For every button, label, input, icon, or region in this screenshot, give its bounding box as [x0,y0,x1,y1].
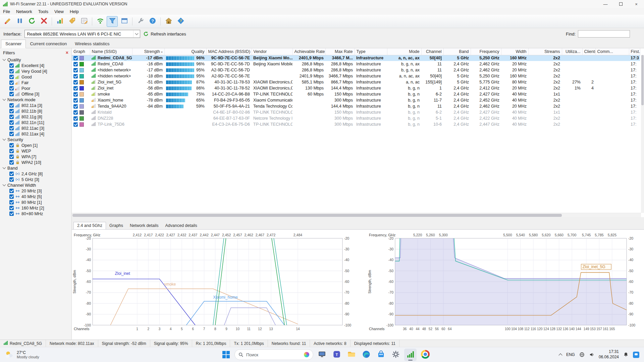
tab-current-connection[interactable]: Current connection [26,40,71,48]
filter-item-5-ghz-3[interactable]: 5 GHz [3] [0,177,71,182]
filter-item-80-mhz-1[interactable]: 80 MHz [1] [0,199,71,205]
graph-checkbox-checked[interactable] [73,80,78,84]
minimize-button[interactable]: — [598,0,613,8]
filter-item-2-4-ghz-8[interactable]: 2,4 GHz [8] [0,171,71,177]
checkbox-checked[interactable] [9,160,14,165]
filter-group-channel-width[interactable]: Channel Width [0,182,71,188]
checkbox-checked[interactable] [9,132,14,136]
filter-item-fair[interactable]: Fair [0,80,71,85]
column-header-graph[interactable]: Graph [72,48,90,55]
checkbox-checked[interactable] [9,120,14,125]
taskbar-app-wifi-scanner[interactable] [404,349,417,361]
filter-group-quality[interactable]: Quality [0,57,71,63]
toolbar-wifi-button[interactable] [95,16,106,27]
toolbar-help-button[interactable]: ? [147,16,158,27]
toolbar-pencil-button[interactable] [2,16,13,27]
column-header-strength[interactable]: Strength ▾ [132,48,164,55]
column-header-mac-address-bssid[interactable]: MAC Address (BSSID) [206,48,252,55]
column-header-utiliza[interactable]: Utiliza... [562,48,582,55]
notifications-bell-icon[interactable] [623,352,629,357]
graph-checkbox-checked[interactable] [73,74,78,78]
table-row[interactable]: <hidden network>-17 dBm95%A2-9D-7E-CC-56… [72,67,640,73]
column-header-vendor[interactable]: Vendor [252,48,292,55]
filter-item-802-11a-3[interactable]: 802.11a [3] [0,103,71,108]
bottom-tab-graphs[interactable]: Graphs [106,222,126,229]
menu-view[interactable]: View [51,9,67,14]
taskbar-search[interactable]: Поиск [234,349,313,360]
column-header-achievable-rate[interactable]: Achievable Rate [292,48,325,55]
table-row[interactable]: DNZ22864-EE-B7-17-63-0FNetcore Technolog… [72,115,640,121]
filter-item-very-good-4[interactable]: Very Good [4] [0,68,71,74]
graph-checkbox-checked[interactable] [73,86,78,90]
menu-tools[interactable]: Tools [35,9,51,14]
table-row[interactable]: <hidden network>-18 dBm95%A2-9D-7E-CC-56… [72,73,640,79]
checkbox-checked[interactable] [9,92,14,96]
toolbar-ipwin-button[interactable] [119,16,130,27]
tray-chevron-up-icon[interactable] [558,353,562,357]
checkbox-checked[interactable] [9,80,14,85]
taskbar-app-desktop[interactable] [316,349,328,361]
bottom-tab-advanced-details[interactable]: Advanced details [162,222,201,229]
checkbox-checked[interactable] [9,109,14,113]
table-row[interactable]: Zloi_inet-56 dBm86%40-31-3C-11-78-52XIAO… [72,85,640,91]
maximize-button[interactable] [613,0,629,8]
bottom-tab-network-details[interactable]: Network details [126,222,162,229]
taskbar-app-chrome[interactable] [419,349,431,361]
filter-item-802-11n-11[interactable]: 802.11n [11] [0,120,71,125]
column-header-name-ssid[interactable]: Name (SSID) [90,48,132,55]
toolbar-chart-button[interactable] [54,16,65,27]
filter-item-802-11ax-4[interactable]: 802.11ax [4] [0,131,71,137]
toolbar-note-button[interactable] [78,16,90,27]
filter-item-open-1[interactable]: Open [1] [0,142,71,148]
column-header-comm[interactable]: Comm... [595,48,629,55]
filter-item-80-80-mhz[interactable]: 80+80 MHz [0,211,71,217]
toolbar-about-button[interactable]: ? [175,16,186,27]
filter-item-wpa-7[interactable]: WPA [7] [0,154,71,160]
taskbar-app-settings[interactable] [389,349,402,361]
column-header-channel[interactable]: Channel [421,48,443,55]
chevron-down-icon[interactable] [133,30,140,38]
table-row[interactable]: Zloi_inet_5G-51 dBm87%40-31-3C-11-78-53X… [72,79,640,85]
graph-checkbox-checked[interactable] [73,110,78,115]
toolbar-wrench-button[interactable] [135,16,146,27]
filter-item-20-mhz-3[interactable]: 20 MHz [3] [0,188,71,194]
filter-group-band[interactable]: Band [0,165,71,171]
tab-scanner[interactable]: Scanner [1,40,26,48]
graph-checkbox-checked[interactable] [73,56,78,60]
column-header-mode[interactable]: Mode [387,48,421,55]
toolbar-tag-button[interactable] [66,16,77,27]
column-header-max-rate[interactable]: Max Rate [325,48,355,55]
interface-select[interactable]: Realtek 8852BE Wireless LAN WiFi 6 PCI-E… [24,30,140,38]
graph-checkbox-checked[interactable] [73,68,78,72]
column-header-first[interactable]: First... [629,48,640,55]
filter-group-network-mode[interactable]: Network mode [0,97,71,103]
volume-icon[interactable] [589,352,594,357]
table-row[interactable]: KristaldC4-6E-1F-B0-02-86TP-LINK TECHNOL… [72,109,640,115]
start-button[interactable] [220,349,232,361]
filter-item-good[interactable]: Good [0,74,71,80]
filter-item-40-mhz-5[interactable]: 40 MHz [5] [0,194,71,199]
checkbox-checked[interactable] [9,200,14,204]
menu-network[interactable]: Network [13,9,35,14]
checkbox-checked[interactable] [9,172,14,176]
close-filters-icon[interactable]: × [66,50,68,55]
checkbox-checked[interactable] [9,86,14,90]
column-header-width[interactable]: Width [501,48,528,55]
bottom-tab-2-4-and-5ghz[interactable]: 2.4 and 5Ghz [73,222,106,229]
table-row[interactable]: smoke-65 dBm75%14-CC-20-CA-96-B8TP-LINK … [72,91,640,97]
taskbar-weather[interactable]: 27°C Mostly cloudy [0,350,70,360]
checkbox-checked[interactable] [9,63,14,68]
network-globe-icon[interactable] [579,352,585,357]
graph-checkbox-checked[interactable] [73,116,78,121]
checkbox-checked[interactable] [9,206,14,210]
column-header-clients[interactable]: Clients [582,48,595,55]
graph-checkbox-checked[interactable] [73,122,78,127]
toolbar-pause-button[interactable] [14,16,25,27]
toolbar-filter-button[interactable] [107,16,118,27]
checkbox-checked[interactable] [9,75,14,79]
filter-group-security[interactable]: Security [0,137,71,142]
filter-item-excellent-4[interactable]: Excellent [4] [0,63,71,68]
close-button[interactable]: × [629,0,644,8]
column-header-type[interactable]: Type [355,48,387,55]
graph-checkbox-checked[interactable] [73,104,78,109]
